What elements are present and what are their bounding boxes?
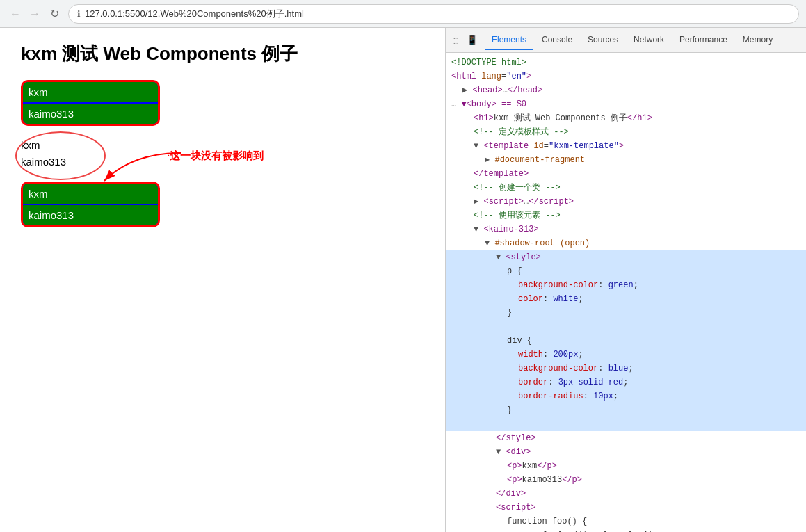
page-content: kxm 测试 Web Components 例子 kxm kaimo313 kx…	[0, 28, 445, 532]
devtools-content[interactable]: <!DOCTYPE html> <html lang="en"> ▶ <head…	[446, 53, 806, 532]
annotation-text: ·这一块没有被影响到	[167, 150, 264, 161]
dt-div-close: }	[446, 403, 806, 417]
devtools-icons: ⬚ 📱	[449, 33, 479, 47]
dt-doc-frag: ▶ #document-fragment	[446, 153, 806, 167]
dt-template-open: ▼ <template id="kxm-template">	[446, 139, 806, 153]
lock-icon: ℹ	[77, 9, 81, 19]
annotation-container: ·这一块没有被影响到	[167, 150, 264, 163]
dt-comment3: <!-- 使用该元素 -->	[446, 209, 806, 223]
address-bar[interactable]: ℹ 127.0.0.1:5500/12.Web%20Components%20例…	[68, 4, 799, 24]
dt-dots: … ▼<body> == $0	[446, 97, 806, 111]
nav-buttons: ← → ↻	[7, 6, 63, 22]
inspect-icon[interactable]: ⬚	[449, 33, 462, 47]
dt-comment1: <!-- 定义模板样式 -->	[446, 125, 806, 139]
dt-p-kaimo: <p>kaimo313</p>	[446, 473, 806, 487]
dt-div-end: </div>	[446, 487, 806, 501]
dt-blank1	[446, 320, 806, 334]
dt-div-open: ▼ <div>	[446, 445, 806, 459]
browser-chrome: ← → ↻ ℹ 127.0.0.1:5500/12.Web%20Componen…	[0, 0, 806, 28]
url-text: 127.0.0.1:5500/12.Web%20Components%20例子.…	[85, 8, 304, 20]
dt-border: border: 3px solid red;	[446, 376, 806, 389]
dt-style-end: </style>	[446, 431, 806, 445]
devtools-tabs: ⬚ 📱 Elements Console Sources Network Per…	[446, 28, 806, 53]
dt-border-radius: border-radius: 10px;	[446, 389, 806, 403]
devtools-panel: ⬚ 📱 Elements Console Sources Network Per…	[445, 28, 806, 532]
dt-template-close: </template>	[446, 167, 806, 181]
dt-p-close: }	[446, 306, 806, 320]
dt-kaimo-open1: ▼ <kaimo-313>	[446, 223, 806, 236]
dt-color-white: color: white;	[446, 292, 806, 306]
dt-h1: <h1>kxm 测试 Web Components 例子</h1>	[446, 111, 806, 125]
tab-memory[interactable]: Memory	[736, 31, 780, 50]
dt-script1: ▶ <script>…</script>	[446, 195, 806, 209]
wc2-p2: kaimo313	[23, 205, 158, 225]
dt-style-close	[446, 417, 806, 431]
dt-console-log: console.log('template log');	[446, 529, 806, 532]
web-component-box-2: kxm kaimo313	[21, 182, 160, 227]
dt-bg-blue: background-color: blue;	[446, 362, 806, 376]
main-layout: kxm 测试 Web Components 例子 kxm kaimo313 kx…	[0, 28, 806, 532]
dt-func: function foo() {	[446, 515, 806, 529]
dt-shadow-root: ▼ #shadow-root (open)	[446, 236, 806, 250]
dt-doctype: <!DOCTYPE html>	[446, 56, 806, 70]
page-title: kxm 测试 Web Components 例子	[21, 42, 424, 66]
tab-sources[interactable]: Sources	[581, 31, 625, 50]
wc2-p1: kxm	[23, 184, 158, 204]
dt-html-open: <html lang="en">	[446, 70, 806, 83]
dt-p-kxm: <p>kxm</p>	[446, 459, 806, 473]
reload-button[interactable]: ↻	[46, 6, 63, 22]
back-button[interactable]: ←	[7, 6, 24, 22]
device-icon[interactable]: 📱	[465, 33, 479, 47]
tab-elements[interactable]: Elements	[485, 31, 533, 50]
web-component-box-1: kxm kaimo313	[21, 80, 160, 126]
forward-button[interactable]: →	[26, 6, 43, 22]
dt-bg-green: background-color: green;	[446, 278, 806, 292]
dt-width: width: 200px;	[446, 348, 806, 362]
tab-console[interactable]: Console	[535, 31, 579, 50]
dt-comment2: <!-- 创建一个类 -->	[446, 181, 806, 195]
dt-p-rule: p {	[446, 264, 806, 278]
tab-performance[interactable]: Performance	[672, 31, 734, 50]
dt-head: ▶ <head>…</head>	[446, 83, 806, 97]
wc1-p1: kxm	[23, 82, 158, 102]
dt-style-open: ▼ <style>	[446, 250, 806, 264]
dt-script2: <script>	[446, 501, 806, 515]
tab-network[interactable]: Network	[627, 31, 671, 50]
dt-div-rule: div {	[446, 334, 806, 348]
wc1-p2: kaimo313	[23, 104, 158, 124]
